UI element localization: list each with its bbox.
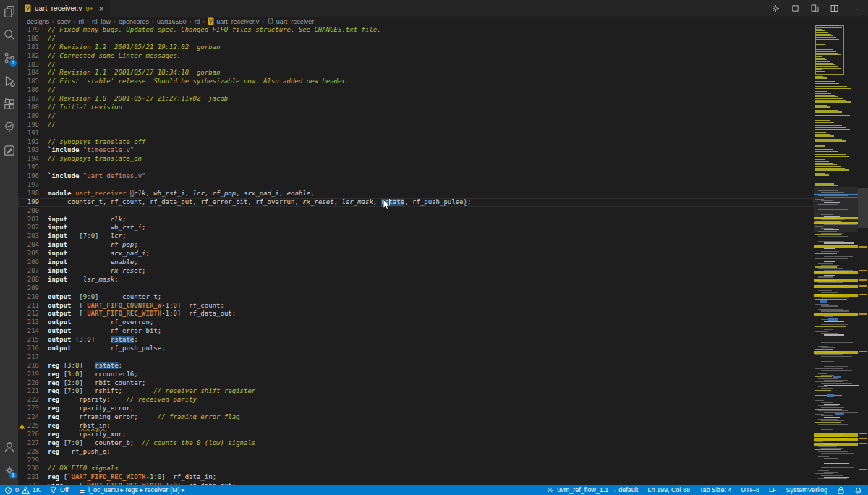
code-line[interactable]: 181// Revision 1.2 2001/05/21 19:12:02 g… bbox=[18, 43, 814, 52]
account-icon bbox=[3, 441, 16, 454]
status-tab-size[interactable]: Tab Size: 4 bbox=[699, 486, 732, 494]
code-line[interactable]: 226reg rparity_xor; bbox=[18, 431, 814, 439]
scrollbar-thumb[interactable] bbox=[858, 188, 868, 228]
code-line[interactable]: 229 bbox=[18, 457, 814, 465]
split-editor-icon[interactable] bbox=[830, 4, 839, 13]
status-eol[interactable]: LF bbox=[769, 486, 777, 494]
code-line[interactable]: 195 bbox=[18, 164, 814, 172]
code-line[interactable]: 188// Initial revision bbox=[18, 103, 814, 112]
code-line[interactable]: 189// bbox=[18, 112, 814, 121]
settings-gear-icon[interactable]: 1 bbox=[0, 459, 18, 482]
minimap[interactable] bbox=[814, 24, 858, 485]
code-line[interactable]: 200 bbox=[18, 207, 814, 216]
code-line[interactable]: 205input srx_pad_i; bbox=[18, 250, 814, 258]
breadcrumb-item[interactable]: {}uart_receiver bbox=[267, 18, 314, 25]
gear-icon[interactable] bbox=[771, 4, 780, 13]
code-line[interactable]: 187// Revision 1.0 2001-05-17 21:27:11+0… bbox=[18, 95, 814, 103]
breadcrumb-item[interactable]: uart_receiver.v bbox=[208, 17, 259, 25]
code-editor[interactable]: 179// Fixed many bugs. Updated spec. Cha… bbox=[18, 26, 814, 485]
code-line[interactable]: 230// RX FIFO signals bbox=[18, 465, 814, 473]
code-line[interactable]: 186// bbox=[18, 86, 814, 95]
code-text: // Revision 1.1 2001/05/17 18:34:18 gorb… bbox=[48, 69, 220, 77]
code-line[interactable]: 183// bbox=[18, 61, 814, 69]
code-line[interactable]: 185// First 'stable' release. Should be … bbox=[18, 77, 814, 86]
code-line[interactable]: 212output [`UART_FIFO_REC_WIDTH-1:0] rf_… bbox=[18, 310, 814, 318]
code-line[interactable]: 223reg rparity_error; bbox=[18, 405, 814, 413]
code-line[interactable]: 199 counter_t, rf_count, rf_data_out, rf… bbox=[18, 198, 814, 207]
breadcrumb-item[interactable]: designs bbox=[27, 18, 49, 25]
code-line[interactable]: 194// synopsys translate_on bbox=[18, 155, 814, 164]
code-line[interactable]: 231reg [`UART_FIFO_REC_WIDTH-1:0] rf_dat… bbox=[18, 473, 814, 482]
code-line[interactable]: 179// Fixed many bugs. Updated spec. Cha… bbox=[18, 26, 814, 35]
breadcrumb-item[interactable]: rtl_lpw bbox=[92, 18, 111, 25]
code-line[interactable]: 217 bbox=[18, 353, 814, 362]
code-line[interactable]: 214output rf_error_bit; bbox=[18, 327, 814, 336]
code-line[interactable]: 208input lsr_mask; bbox=[18, 276, 814, 284]
code-line[interactable]: 215output [3:0] rstate; bbox=[18, 336, 814, 344]
code-line[interactable]: 224reg rframing_error; // framing error … bbox=[18, 413, 814, 422]
status-encoding[interactable]: UTF-8 bbox=[741, 486, 760, 494]
account-icon[interactable] bbox=[0, 436, 18, 459]
code-line[interactable]: 191 bbox=[18, 130, 814, 138]
code-line[interactable]: 192// synopsys translate_off bbox=[18, 138, 814, 147]
code-line[interactable]: 193`include "timescale.v" bbox=[18, 146, 814, 155]
status-language-mode[interactable]: SystemVerilog bbox=[786, 486, 827, 494]
code-line[interactable]: 204input rf_pop; bbox=[18, 241, 814, 250]
minimap-line bbox=[821, 292, 838, 293]
code-line[interactable]: 219reg [3:0] rcounter16; bbox=[18, 371, 814, 379]
code-line[interactable]: 180// bbox=[18, 35, 814, 43]
more-actions-icon[interactable]: ··· bbox=[849, 4, 859, 13]
status-lock[interactable] bbox=[837, 486, 845, 494]
code-line[interactable]: 216output rf_push_pulse; bbox=[18, 344, 814, 353]
code-line[interactable]: 184// Revision 1.1 2001/05/17 18:34:18 g… bbox=[18, 69, 814, 77]
code-line[interactable]: 225reg rbit_in; bbox=[18, 422, 814, 431]
code-line[interactable]: 213output rf_overrun; bbox=[18, 318, 814, 327]
breadcrumb-item[interactable]: rtl bbox=[79, 18, 85, 25]
code-line[interactable]: 197 bbox=[18, 181, 814, 190]
status-cursor-position[interactable]: Ln 199, Col 88 bbox=[647, 486, 690, 494]
code-line[interactable]: 220reg [2:0] rbit_counter; bbox=[18, 379, 814, 388]
breadcrumb-item[interactable]: socv bbox=[57, 18, 71, 25]
code-line[interactable]: 207input rx_reset; bbox=[18, 267, 814, 276]
breadcrumb-item[interactable]: rtl bbox=[195, 18, 200, 25]
code-line[interactable]: 198module uart_receiver (clk, wb_rst_i, … bbox=[18, 190, 814, 198]
source-control-icon[interactable]: 1 bbox=[0, 46, 18, 69]
status-profile[interactable]: uvm_ref_flow_1.1 → default bbox=[546, 486, 638, 494]
overview-ruler[interactable] bbox=[858, 17, 868, 485]
code-line[interactable]: 222reg rparity; // received parity bbox=[18, 396, 814, 405]
open-changes-icon[interactable] bbox=[810, 4, 820, 13]
square-icon[interactable] bbox=[791, 4, 800, 13]
breadcrumb-item[interactable]: uart16550 bbox=[157, 18, 187, 25]
status-filter-status[interactable]: Off bbox=[49, 486, 69, 494]
code-line[interactable]: 203input [7:0] lcr; bbox=[18, 232, 814, 241]
breadcrumb-item[interactable]: opencores bbox=[119, 18, 149, 25]
code-line[interactable]: 211output [`UART_FIFO_COUNTER_W-1:0] rf_… bbox=[18, 302, 814, 310]
code-line[interactable]: 206input enable; bbox=[18, 258, 814, 267]
check-badge-icon[interactable] bbox=[0, 116, 18, 139]
code-line[interactable]: 202input wb_rst_i; bbox=[18, 224, 814, 232]
minimap-line bbox=[815, 85, 843, 85]
code-line[interactable]: 218reg [3:0] rstate; bbox=[18, 362, 814, 371]
code-line[interactable]: 227reg [7:0] counter_b; // counts the 0 … bbox=[18, 439, 814, 448]
minimap-line bbox=[824, 399, 858, 399]
code-line[interactable]: 182// Corrected some Linter messages. bbox=[18, 52, 814, 61]
search-icon[interactable] bbox=[0, 23, 18, 46]
code-line[interactable]: 201input clk; bbox=[18, 216, 814, 224]
pencil-square-icon[interactable] bbox=[0, 139, 18, 162]
code-line[interactable]: 209 bbox=[18, 284, 814, 293]
code-line[interactable]: 228reg rf_push_q; bbox=[18, 448, 814, 457]
close-icon[interactable]: × bbox=[99, 4, 103, 13]
code-line[interactable]: 210output [9:0] counter_t; bbox=[18, 293, 814, 302]
tab-uart-receiver[interactable]: uart_receiver.v 9+ × bbox=[18, 0, 110, 17]
code-line[interactable]: 196`include "uart_defines.v" bbox=[18, 172, 814, 181]
run-debug-icon[interactable] bbox=[0, 69, 18, 93]
status-problems[interactable]: 01K bbox=[4, 486, 41, 494]
code-line[interactable]: 221reg [7:0] rshift; // receiver shift r… bbox=[18, 387, 814, 396]
minimap-slider[interactable] bbox=[814, 187, 858, 232]
status-module-path[interactable]: i_oc_uart0 ▸ regs ▸ receiver (M) ▸ bbox=[77, 486, 185, 494]
extensions-icon[interactable] bbox=[0, 93, 18, 116]
status-notifications[interactable] bbox=[854, 486, 862, 494]
explorer-icon[interactable] bbox=[0, 0, 18, 23]
code-line[interactable]: 190// bbox=[18, 121, 814, 130]
minimap-line bbox=[821, 462, 843, 462]
